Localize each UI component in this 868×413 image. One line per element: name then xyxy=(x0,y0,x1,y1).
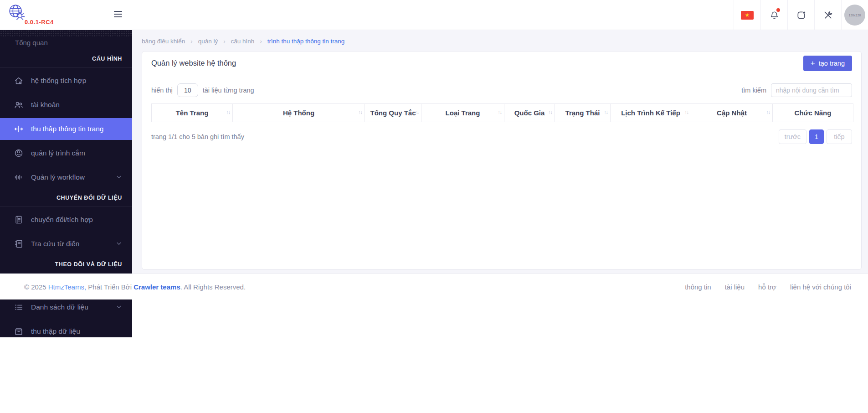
sidebar-item-doc[interactable]: chuyển đổi/tích hợp xyxy=(0,209,132,231)
list-icon xyxy=(14,302,24,312)
sidebar-item-box[interactable]: thu thập dữ liệu xyxy=(0,320,132,342)
pagination: trước 1 tiếp xyxy=(779,129,852,144)
box-icon xyxy=(14,326,24,336)
pagination-next-button[interactable]: tiếp xyxy=(827,129,852,144)
sidebar-item-list[interactable]: Danh sách dữ liệu xyxy=(0,296,132,318)
footer-team-link[interactable]: Crawler teams xyxy=(134,283,180,291)
avatar[interactable]: 120x120 xyxy=(844,5,865,26)
chevron-down-icon xyxy=(115,239,123,248)
plus-icon: + xyxy=(811,59,815,68)
footer-brand-link[interactable]: HtmzTeams, xyxy=(48,283,86,291)
page-size-prefix-label: hiển thị xyxy=(151,87,173,94)
create-page-button[interactable]: + tạo trang xyxy=(803,56,852,71)
footer-link-contact[interactable]: liên hệ với chúng tôi xyxy=(790,283,851,291)
sort-arrows-icon: ↑↓ xyxy=(766,109,770,115)
sync-loop-icon xyxy=(796,10,806,21)
column-header[interactable]: Trạng Thái↑↓ xyxy=(555,104,611,122)
sidebar-overview-label[interactable]: Tổng quan xyxy=(0,36,132,49)
website-management-panel: Quản lý website hệ thống + tạo trang hiể… xyxy=(142,51,862,270)
search-input[interactable] xyxy=(771,83,852,97)
sync-status-button[interactable] xyxy=(787,0,814,30)
notifications-button[interactable] xyxy=(760,0,787,30)
sidebar-item-arrows[interactable]: thu thập thông tin trang xyxy=(0,118,132,140)
column-header[interactable]: Tổng Quy Tắc↑↓ xyxy=(365,104,421,122)
sidebar-item-label: Quản lý workflow xyxy=(31,173,85,181)
sort-arrows-icon: ↑↓ xyxy=(359,109,363,115)
sidebar-section-title: CẤU HÌNH xyxy=(0,56,132,68)
app-logo[interactable]: 0.0.1-RC4 xyxy=(6,2,61,28)
footer-link-docs[interactable]: tài liệu xyxy=(725,283,745,291)
sidebar-item-label: quản lý trình cắm xyxy=(31,149,85,157)
top-header: 0.0.1-RC4 ★ 120x120 xyxy=(0,0,868,30)
breadcrumb-management[interactable]: quản lý xyxy=(198,38,218,45)
breadcrumb-config[interactable]: cấu hình xyxy=(231,38,255,45)
notification-dot xyxy=(776,8,780,12)
column-header[interactable]: Tên Trang↑↓ xyxy=(152,104,233,122)
page-size-suffix-label: tài liệu từng trang xyxy=(203,87,254,94)
footer-links: thông tin tài liệu hỗ trợ liên hệ với ch… xyxy=(685,283,851,291)
chevron-down-icon xyxy=(115,173,123,181)
sidebar-item-label: tài khoản xyxy=(31,101,60,109)
column-header[interactable]: Loại Trang↑↓ xyxy=(421,104,504,122)
home-icon xyxy=(14,76,24,86)
sidebar-item-book[interactable]: Tra cứu từ điển xyxy=(0,233,132,255)
search-label: tìm kiếm xyxy=(741,87,766,94)
column-header[interactable]: Quốc Gia↑↓ xyxy=(504,104,555,122)
sort-arrows-icon: ↑↓ xyxy=(498,109,502,115)
sort-arrows-icon: ↑↓ xyxy=(226,109,231,115)
tools-icon xyxy=(823,10,833,21)
language-switch-button[interactable]: ★ xyxy=(734,0,760,30)
doc-icon xyxy=(14,215,24,225)
websites-table: Tên Trang↑↓Hệ Thống↑↓Tổng Quy Tắc↑↓Loại … xyxy=(151,103,853,122)
vn-flag-icon: ★ xyxy=(741,11,754,20)
sort-arrows-icon: ↑↓ xyxy=(549,109,553,115)
sidebar-item-label: chuyển đổi/tích hợp xyxy=(31,216,93,224)
footer-copyright: © 2025 HtmzTeams, Phát Triển Bởi Crawler… xyxy=(24,283,246,291)
sort-arrows-icon: ↑↓ xyxy=(604,109,608,115)
plug-icon xyxy=(14,148,24,158)
pagination-page-1-button[interactable]: 1 xyxy=(809,129,824,144)
chevron-down-icon xyxy=(115,303,123,311)
app-version-label: 0.0.1-RC4 xyxy=(25,19,54,26)
settings-tools-button[interactable] xyxy=(814,0,841,30)
breadcrumb-separator: › xyxy=(190,38,192,45)
column-header[interactable]: Cập Nhật↑↓ xyxy=(691,104,773,122)
sidebar-item-users[interactable]: tài khoản xyxy=(0,94,132,116)
user-menu[interactable]: 120x120 xyxy=(841,0,868,30)
breadcrumb-dashboard[interactable]: bảng điều khiển xyxy=(142,38,185,45)
sort-arrows-icon: ↑↓ xyxy=(685,109,689,115)
column-header: Chức Năng xyxy=(773,104,853,122)
sidebar-item-label: hệ thống tích hợp xyxy=(31,77,86,85)
pagination-prev-button[interactable]: trước xyxy=(779,129,806,144)
pagination-summary: trang 1/1 cho 5 bản ghi tìm thấy xyxy=(151,133,244,140)
panel-title: Quản lý website hệ thống xyxy=(151,59,236,67)
sidebar-item-label: Tra cứu từ điển xyxy=(31,240,79,248)
footer: © 2025 HtmzTeams, Phát Triển Bởi Crawler… xyxy=(0,274,868,299)
footer-link-support[interactable]: hỗ trợ xyxy=(758,283,776,291)
sidebar-item-wave[interactable]: Quản lý workflow xyxy=(0,166,132,188)
sort-arrows-icon: ↑↓ xyxy=(415,109,419,115)
sidebar-item-plug[interactable]: quản lý trình cắm xyxy=(0,142,132,164)
wave-icon xyxy=(14,172,24,182)
breadcrumb: bảng điều khiển › quản lý › cấu hình › t… xyxy=(142,36,862,46)
book-icon xyxy=(14,239,24,249)
footer-link-info[interactable]: thông tin xyxy=(685,283,711,291)
page-size-input[interactable] xyxy=(177,83,198,97)
sidebar-item-home[interactable]: hệ thống tích hợp xyxy=(0,70,132,92)
sidebar-section-title: THEO DÕI VÀ DỮ LIỆU xyxy=(0,261,132,274)
breadcrumb-separator: › xyxy=(223,38,225,45)
main-content: bảng điều khiển › quản lý › cấu hình › t… xyxy=(132,30,868,274)
sidebar-section-title: CHUYỂN ĐỔI DỮ LIỆU xyxy=(0,195,132,207)
breadcrumb-separator: › xyxy=(260,38,262,45)
arrows-icon xyxy=(14,124,24,134)
sidebar-item-label: Danh sách dữ liệu xyxy=(31,303,88,311)
sidebar-item-label: thu thập dữ liệu xyxy=(31,327,80,336)
breadcrumb-current: trình thu thập thông tin trang xyxy=(267,38,345,45)
column-header[interactable]: Hệ Thống↑↓ xyxy=(233,104,365,122)
column-header[interactable]: Lịch Trình Kế Tiếp↑↓ xyxy=(611,104,691,122)
users-icon xyxy=(14,100,24,110)
sidebar-item-label: thu thập thông tin trang xyxy=(31,125,103,133)
page: 0.0.1-RC4 ★ 120x120 Tổng quan CẤU HÌNHhệ xyxy=(0,0,868,413)
sidebar-toggle-button[interactable] xyxy=(114,11,122,18)
